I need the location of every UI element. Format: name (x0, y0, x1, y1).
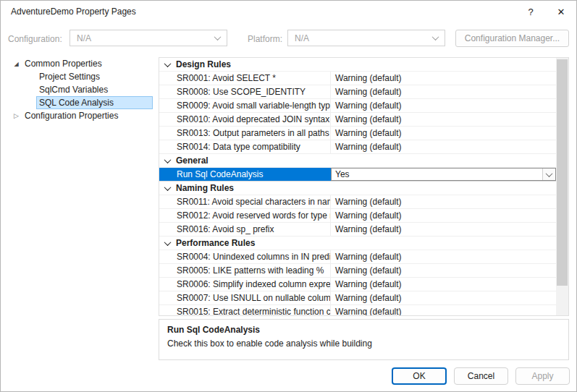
property-value-text: Warning (default) (335, 73, 402, 83)
row-sr0015[interactable]: SR0015: Extract deterministic function c… (159, 305, 556, 316)
category-tree: ◢Common PropertiesProject SettingsSqlCmd… (7, 57, 153, 122)
property-value-text: Warning (default) (335, 142, 402, 152)
description-text: Check this box to enable code analysis w… (167, 338, 560, 349)
row-sr0012[interactable]: SR0012: Avoid reserved words for type nW… (159, 209, 556, 223)
property-value[interactable]: Warning (default) (331, 278, 556, 291)
apply-button[interactable]: Apply (515, 367, 570, 385)
row-sr0008[interactable]: SR0008: Use SCOPE_IDENTITYWarning (defau… (159, 85, 556, 99)
collapsed-icon[interactable]: ▷ (11, 112, 22, 119)
close-button[interactable]: ✕ (546, 1, 576, 22)
chevron-down-icon[interactable] (164, 156, 172, 163)
chevron-down-icon (546, 170, 553, 177)
scrollbar-thumb[interactable] (557, 59, 568, 286)
property-name[interactable]: SR0001: Avoid SELECT * (159, 72, 331, 85)
property-name[interactable]: SR0011: Avoid special characters in nam (159, 195, 331, 208)
help-button[interactable]: ? (515, 1, 546, 22)
chevron-down-icon[interactable] (164, 239, 172, 246)
row-sr0007[interactable]: SR0007: Use ISNULL on nullable columnWar… (159, 291, 556, 305)
property-name[interactable]: SR0006: Simplify indexed column expres (159, 278, 331, 291)
property-value-text: Yes (335, 168, 350, 181)
row-sr0004[interactable]: SR0004: Unindexed columns in IN predicWa… (159, 250, 556, 264)
group-header-general[interactable]: General (159, 154, 556, 168)
property-name[interactable]: SR0010: Avoid deprecated JOIN syntax (159, 113, 331, 126)
group-header-naming-rules[interactable]: Naming Rules (159, 182, 556, 195)
property-value[interactable]: Warning (default) (331, 99, 556, 112)
property-name[interactable]: SR0012: Avoid reserved words for type n (159, 209, 331, 222)
property-value[interactable]: Warning (default) (331, 72, 556, 85)
tree-item-project-settings[interactable]: Project Settings (7, 70, 153, 83)
property-value-text: Warning (default) (335, 224, 402, 234)
property-name[interactable]: Run Sql CodeAnalysis (159, 168, 331, 181)
description-panel: Run Sql CodeAnalysis Check this box to e… (159, 319, 569, 360)
tree-item-label: Common Properties (22, 57, 153, 70)
tree-item-label: Configuration Properties (22, 109, 153, 122)
property-value[interactable]: Warning (default) (331, 127, 556, 140)
property-value[interactable]: Warning (default) (331, 85, 556, 98)
configuration-manager-button[interactable]: Configuration Manager... (455, 30, 569, 47)
row-sr0010[interactable]: SR0010: Avoid deprecated JOIN syntaxWarn… (159, 113, 556, 127)
property-value[interactable]: Warning (default) (331, 305, 556, 316)
row-run-sql-codeanalysis[interactable]: Run Sql CodeAnalysisYes (159, 168, 556, 182)
property-value[interactable]: Yes (331, 168, 556, 181)
property-value-text: Warning (default) (335, 210, 402, 221)
property-name[interactable]: SR0005: LIKE patterns with leading % (159, 264, 331, 277)
property-value-text: Warning (default) (335, 279, 402, 289)
property-value-text: Warning (default) (335, 87, 402, 97)
property-value[interactable]: Warning (default) (331, 209, 556, 222)
group-header-label: General (176, 155, 209, 166)
property-value[interactable]: Warning (default) (331, 291, 556, 304)
row-sr0013[interactable]: SR0013: Output parameters in all pathsWa… (159, 127, 556, 140)
platform-label: Platform: (248, 34, 282, 44)
ok-button[interactable]: OK (392, 367, 447, 385)
property-name[interactable]: SR0009: Avoid small variable-length typ (159, 99, 331, 112)
expanded-icon[interactable]: ◢ (11, 61, 22, 67)
property-value-text: Warning (default) (335, 128, 402, 138)
configuration-dropdown[interactable]: N/A (70, 30, 227, 46)
row-sr0016[interactable]: SR0016: Avoid sp_ prefixWarning (default… (159, 223, 556, 237)
group-header-label: Naming Rules (176, 183, 234, 193)
property-name[interactable]: SR0007: Use ISNULL on nullable column (159, 291, 331, 304)
group-header-label: Performance Rules (176, 238, 255, 248)
property-value[interactable]: Warning (default) (331, 140, 556, 153)
tree-item-sql-code-analysis[interactable]: SQL Code Analysis (7, 96, 153, 109)
property-name[interactable]: SR0015: Extract deterministic function c… (159, 305, 331, 316)
row-sr0014[interactable]: SR0014: Data type compatibilityWarning (… (159, 140, 556, 154)
tree-item-sqlcmd-variables[interactable]: SqlCmd Variables (7, 83, 153, 96)
row-sr0001[interactable]: SR0001: Avoid SELECT *Warning (default) (159, 72, 556, 85)
row-sr0011[interactable]: SR0011: Avoid special characters in namW… (159, 195, 556, 209)
row-sr0005[interactable]: SR0005: LIKE patterns with leading %Warn… (159, 264, 556, 278)
cancel-button[interactable]: Cancel (454, 367, 508, 385)
property-value-text: Warning (default) (335, 265, 402, 276)
group-header-design-rules[interactable]: Design Rules (159, 58, 556, 72)
vertical-scrollbar[interactable] (556, 58, 568, 315)
property-name[interactable]: SR0004: Unindexed columns in IN predic (159, 250, 331, 263)
tree-item-label: SQL Code Analysis (36, 96, 153, 109)
row-sr0009[interactable]: SR0009: Avoid small variable-length typW… (159, 99, 556, 113)
property-value[interactable]: Warning (default) (331, 250, 556, 263)
property-name[interactable]: SR0014: Data type compatibility (159, 140, 331, 153)
tree-item-common-properties[interactable]: ◢Common Properties (7, 57, 153, 70)
row-sr0006[interactable]: SR0006: Simplify indexed column expresWa… (159, 278, 556, 291)
property-name[interactable]: SR0016: Avoid sp_ prefix (159, 223, 331, 236)
property-name[interactable]: SR0013: Output parameters in all paths (159, 127, 331, 140)
tree-item-configuration-properties[interactable]: ▷Configuration Properties (7, 109, 153, 122)
description-title: Run Sql CodeAnalysis (167, 325, 560, 335)
chevron-down-icon[interactable] (164, 184, 172, 191)
property-grid-rows: Design RulesSR0001: Avoid SELECT *Warnin… (159, 58, 556, 316)
property-value-text: Warning (default) (335, 197, 402, 207)
chevron-down-icon (214, 33, 222, 41)
configuration-value: N/A (77, 33, 91, 43)
group-header-label: Design Rules (176, 59, 231, 69)
property-value[interactable]: Warning (default) (331, 264, 556, 277)
group-header-performance-rules[interactable]: Performance Rules (159, 237, 556, 250)
tree-item-label: Project Settings (36, 70, 153, 83)
dropdown-button[interactable] (542, 169, 555, 180)
property-value[interactable]: Warning (default) (331, 113, 556, 126)
configuration-label: Configuration: (8, 34, 62, 44)
property-name[interactable]: SR0008: Use SCOPE_IDENTITY (159, 85, 331, 98)
property-value[interactable]: Warning (default) (331, 195, 556, 208)
property-value[interactable]: Warning (default) (331, 223, 556, 236)
chevron-down-icon[interactable] (164, 60, 172, 67)
platform-dropdown[interactable]: N/A (287, 30, 445, 46)
property-value-text: Warning (default) (335, 293, 402, 303)
